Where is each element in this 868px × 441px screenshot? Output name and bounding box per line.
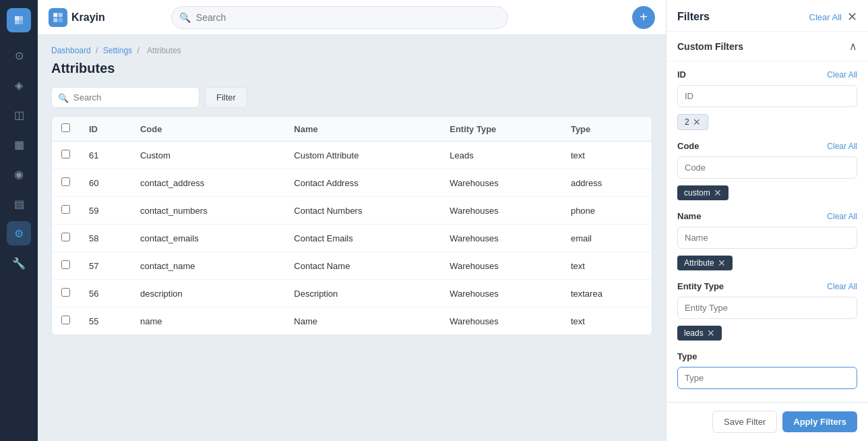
row-checkbox[interactable] xyxy=(61,205,70,214)
sidebar-item-calendar[interactable]: ▦ xyxy=(7,132,31,156)
row-checkbox[interactable] xyxy=(61,316,70,324)
filter-header-actions: Clear All ✕ xyxy=(809,11,857,23)
cell-type: textarea xyxy=(561,280,652,307)
table-search-input[interactable] xyxy=(51,87,199,108)
filter-close-button[interactable]: ✕ xyxy=(847,11,857,23)
filter-entity-type-label: Entity Type xyxy=(677,281,724,291)
sidebar: ⊙ ◈ ◫ ▦ ◉ ▤ ⚙ 🔧 xyxy=(0,0,38,441)
filter-button[interactable]: Filter xyxy=(205,87,247,108)
filter-code-label: Code xyxy=(677,141,700,151)
cell-entity-type: Warehouses xyxy=(440,252,561,280)
table-row: 60 contact_address Contact Address Wareh… xyxy=(52,169,652,197)
sidebar-item-tools[interactable]: 🔧 xyxy=(7,251,31,275)
filter-section-entity-type: Entity Type Clear All leads ✕ xyxy=(677,281,857,341)
cell-entity-type: Warehouses xyxy=(440,307,561,335)
cell-id: 58 xyxy=(80,225,131,252)
filter-name-header: Name Clear All xyxy=(677,211,857,221)
filter-entity-type-tags: leads ✕ xyxy=(677,323,857,341)
cell-name: Custom Attribute xyxy=(284,142,440,169)
app-brand: Krayin xyxy=(49,8,105,27)
filter-tag-id-2-remove[interactable]: ✕ xyxy=(693,117,701,127)
filter-entity-type-header: Entity Type Clear All xyxy=(677,281,857,291)
filter-code-tags: custom ✕ xyxy=(677,183,857,200)
add-button[interactable]: + xyxy=(632,6,655,29)
filter-clear-all[interactable]: Clear All xyxy=(809,12,842,22)
sidebar-item-orders[interactable]: ▤ xyxy=(7,192,31,216)
topbar: Krayin 🔍 + xyxy=(38,0,666,35)
row-checkbox[interactable] xyxy=(61,288,70,297)
sidebar-item-cloud[interactable]: ◈ xyxy=(7,73,31,97)
cell-name: Contact Name xyxy=(284,252,440,280)
cell-id: 61 xyxy=(80,142,131,169)
table-row: 61 Custom Custom Attribute Leads text xyxy=(52,142,652,169)
cell-name: Contact Address xyxy=(284,169,440,197)
filter-entity-type-clear[interactable]: Clear All xyxy=(827,282,857,291)
cell-code: contact_name xyxy=(131,252,284,280)
filter-name-input[interactable] xyxy=(677,227,857,249)
header-checkbox-cell xyxy=(52,117,80,142)
filter-body: ID Clear All 2 ✕ Code Clear All custom ✕ xyxy=(666,61,868,402)
breadcrumb-current: Attributes xyxy=(147,46,181,55)
filter-name-clear[interactable]: Clear All xyxy=(827,212,857,221)
cell-type: email xyxy=(561,225,652,252)
filter-name-label: Name xyxy=(677,211,701,221)
sidebar-item-settings[interactable]: ⚙ xyxy=(7,221,31,245)
cell-type: phone xyxy=(561,197,652,225)
cell-type: text xyxy=(561,252,652,280)
row-checkbox-cell xyxy=(52,142,80,169)
filter-section-name: Name Clear All Attribute ✕ xyxy=(677,211,857,270)
sidebar-item-tasks[interactable]: ◫ xyxy=(7,102,31,127)
global-search-input[interactable] xyxy=(171,6,508,29)
save-filter-button[interactable]: Save Filter xyxy=(712,411,777,433)
table-row: 56 description Description Warehouses te… xyxy=(52,280,652,307)
row-checkbox-cell xyxy=(52,225,80,252)
filter-tag-custom-remove[interactable]: ✕ xyxy=(714,188,722,198)
filter-id-input[interactable] xyxy=(677,85,857,107)
filter-tag-leads-remove[interactable]: ✕ xyxy=(707,328,715,338)
table-row: 59 contact_numbers Contact Numbers Wareh… xyxy=(52,197,652,225)
table-header-row: ID Code Name Entity Type Type xyxy=(52,117,652,142)
table-search-icon: 🔍 xyxy=(58,92,69,102)
header-name: Name xyxy=(284,117,440,142)
breadcrumb-dashboard[interactable]: Dashboard xyxy=(51,46,91,55)
filter-entity-type-input[interactable] xyxy=(677,297,857,319)
cell-entity-type: Leads xyxy=(440,142,561,169)
filter-code-input[interactable] xyxy=(677,156,857,179)
filter-code-clear[interactable]: Clear All xyxy=(827,142,857,151)
sidebar-item-contacts[interactable]: ◉ xyxy=(7,162,31,186)
filter-id-clear[interactable]: Clear All xyxy=(827,70,857,80)
cell-entity-type: Warehouses xyxy=(440,225,561,252)
filter-tag-custom: custom ✕ xyxy=(677,185,728,200)
filter-tag-attribute-remove[interactable]: ✕ xyxy=(718,258,726,268)
header-code: Code xyxy=(131,117,284,142)
cell-name: Description xyxy=(284,280,440,307)
apply-filters-button[interactable]: Apply Filters xyxy=(782,411,857,432)
breadcrumb-settings[interactable]: Settings xyxy=(103,46,132,55)
cell-id: 60 xyxy=(80,169,131,197)
row-checkbox-cell xyxy=(52,252,80,280)
cell-entity-type: Warehouses xyxy=(440,280,561,307)
filter-id-tags: 2 ✕ xyxy=(677,111,857,130)
cell-entity-type: Warehouses xyxy=(440,197,561,225)
row-checkbox[interactable] xyxy=(61,233,70,241)
filter-type-header: Type xyxy=(677,351,857,361)
filter-tag-id-2: 2 ✕ xyxy=(677,114,708,130)
row-checkbox[interactable] xyxy=(61,150,70,158)
row-checkbox[interactable] xyxy=(61,177,70,186)
cell-code: name xyxy=(131,307,284,335)
filter-section-code: Code Clear All custom ✕ xyxy=(677,141,857,200)
sidebar-item-dashboard[interactable]: ⊙ xyxy=(7,43,31,67)
custom-filters-toggle-icon[interactable]: ∧ xyxy=(849,40,857,53)
row-checkbox[interactable] xyxy=(61,260,70,269)
select-all-checkbox[interactable] xyxy=(61,123,70,132)
table-toolbar: 🔍 Filter xyxy=(51,87,652,108)
filter-type-input[interactable] xyxy=(677,367,857,389)
brand-icon xyxy=(49,8,67,27)
row-checkbox-cell xyxy=(52,307,80,335)
filter-footer: Save Filter Apply Filters xyxy=(666,402,868,441)
brand-name: Krayin xyxy=(71,11,105,24)
filter-name-tags: Attribute ✕ xyxy=(677,253,857,270)
header-id: ID xyxy=(80,117,131,142)
main-area: Krayin 🔍 + Dashboard / Settings / Attrib… xyxy=(38,0,666,441)
app-logo[interactable] xyxy=(7,8,31,32)
